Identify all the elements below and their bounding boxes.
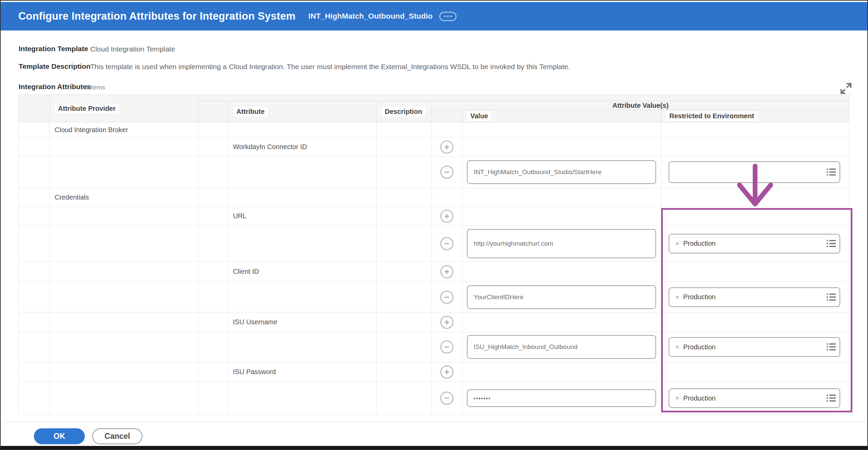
description-cell bbox=[377, 262, 432, 282]
empty-cell bbox=[661, 122, 849, 138]
attribute-cell: Client ID bbox=[228, 262, 377, 282]
empty-cell bbox=[198, 122, 228, 138]
empty-cell bbox=[377, 226, 432, 262]
attribute-column-header: Attribute bbox=[228, 101, 377, 122]
prompt-list-icon[interactable] bbox=[827, 343, 836, 351]
attribute-cell: ISU Password bbox=[228, 362, 377, 382]
table-row: ISU Password + bbox=[19, 362, 849, 382]
table-row: Client ID + bbox=[19, 262, 849, 282]
restricted-environment-input[interactable]: × Production bbox=[669, 337, 840, 357]
row-select-header-cell bbox=[19, 95, 50, 122]
add-row-button[interactable]: + bbox=[440, 265, 453, 278]
empty-cell bbox=[377, 282, 432, 312]
template-description-value: This template is used when implementing … bbox=[90, 63, 570, 71]
remove-row-button[interactable]: − bbox=[440, 166, 453, 179]
empty-cell bbox=[228, 226, 377, 262]
empty-cell bbox=[19, 282, 50, 312]
empty-cell bbox=[462, 362, 661, 382]
table-row: − INT_HighMatch_Outbound_Studio/StartHer… bbox=[19, 157, 849, 188]
add-row-cell: + bbox=[432, 312, 462, 332]
restricted-cell: × Production bbox=[661, 332, 849, 362]
description-cell bbox=[377, 312, 432, 332]
prompt-list-icon[interactable] bbox=[827, 394, 836, 402]
remove-row-button[interactable]: − bbox=[440, 291, 453, 304]
remove-pill-icon[interactable]: × bbox=[675, 394, 679, 402]
value-input[interactable]: YourClientIDHere bbox=[467, 285, 656, 309]
restricted-column-header: Restricted to Environment bbox=[661, 110, 849, 122]
empty-cell bbox=[19, 226, 50, 262]
empty-cell bbox=[19, 188, 50, 207]
related-actions-ellipsis-icon[interactable] bbox=[439, 12, 456, 21]
remove-row-button[interactable]: − bbox=[440, 237, 453, 250]
empty-cell bbox=[19, 207, 50, 226]
add-row-button[interactable]: + bbox=[440, 316, 453, 329]
empty-cell bbox=[228, 382, 377, 415]
add-row-cell: + bbox=[432, 138, 462, 157]
empty-cell bbox=[198, 138, 228, 157]
empty-cell bbox=[50, 362, 198, 382]
remove-row-cell: − bbox=[432, 332, 462, 362]
empty-cell bbox=[19, 362, 50, 382]
empty-cell bbox=[377, 122, 432, 138]
remove-pill-icon[interactable]: × bbox=[675, 343, 679, 351]
attribute-provider-cell: Credentials bbox=[50, 188, 198, 207]
prompt-list-icon[interactable] bbox=[827, 240, 836, 247]
table-row: − YourClientIDHere × Production bbox=[19, 282, 849, 312]
restricted-environment-input[interactable] bbox=[669, 161, 840, 183]
items-count: 2 items bbox=[84, 84, 105, 91]
environment-pill: Production bbox=[683, 394, 716, 402]
empty-cell bbox=[661, 188, 849, 207]
empty-cell bbox=[377, 157, 432, 188]
attribute-cell: URL bbox=[228, 207, 377, 226]
empty-cell bbox=[198, 362, 228, 382]
table-row: WorkdayIn Connector ID + bbox=[19, 138, 849, 157]
password-value-input[interactable]: ••••••• bbox=[467, 389, 656, 407]
value-input[interactable]: ISU_HighMatch_Inbound_Outbound bbox=[467, 335, 656, 359]
attribute-provider-cell: Cloud Integration Broker bbox=[50, 122, 198, 138]
empty-cell bbox=[377, 382, 432, 415]
restricted-cell: × Production bbox=[661, 226, 849, 262]
prompt-list-icon[interactable] bbox=[827, 168, 836, 176]
attribute-cell: WorkdayIn Connector ID bbox=[228, 138, 377, 157]
add-row-button[interactable]: + bbox=[440, 210, 453, 223]
expand-grid-icon[interactable] bbox=[839, 81, 853, 96]
empty-cell bbox=[50, 382, 198, 415]
add-row-button[interactable]: + bbox=[440, 141, 453, 154]
window-bottom-edge bbox=[1, 446, 867, 449]
cancel-button[interactable]: Cancel bbox=[92, 428, 142, 444]
empty-cell bbox=[19, 332, 50, 362]
restricted-environment-input[interactable]: × Production bbox=[669, 388, 840, 408]
empty-cell bbox=[377, 188, 432, 207]
restricted-cell: × Production bbox=[661, 382, 849, 415]
empty-cell bbox=[198, 312, 228, 332]
restricted-environment-input[interactable]: × Production bbox=[669, 234, 840, 253]
ok-button[interactable]: OK bbox=[34, 428, 85, 444]
restricted-environment-input[interactable]: × Production bbox=[669, 287, 840, 307]
remove-row-button[interactable]: − bbox=[440, 341, 453, 353]
empty-cell bbox=[377, 332, 432, 362]
value-cell: http://yourhighmatchurl.com bbox=[462, 226, 661, 262]
empty-cell bbox=[198, 332, 228, 362]
remove-pill-icon[interactable]: × bbox=[675, 240, 679, 247]
value-column-header: Value bbox=[462, 110, 661, 122]
empty-cell bbox=[661, 312, 849, 332]
value-input[interactable]: INT_HighMatch_Outbound_Studio/StartHere bbox=[467, 160, 656, 184]
table-row: URL + bbox=[19, 207, 849, 226]
description-cell bbox=[377, 138, 432, 157]
value-cell: ISU_HighMatch_Inbound_Outbound bbox=[462, 332, 661, 362]
empty-cell bbox=[661, 262, 849, 282]
remove-row-cell: − bbox=[432, 382, 462, 415]
empty-cell bbox=[661, 207, 849, 226]
configure-integration-attributes-page: Configure Integration Attributes for Int… bbox=[0, 0, 868, 450]
empty-cell bbox=[198, 382, 228, 415]
remove-pill-icon[interactable]: × bbox=[675, 293, 679, 301]
remove-row-cell: − bbox=[432, 157, 462, 188]
empty-cell bbox=[462, 138, 661, 157]
template-description-label: Template Description bbox=[19, 62, 91, 70]
add-row-button[interactable]: + bbox=[440, 366, 453, 379]
restricted-cell bbox=[661, 157, 849, 188]
prompt-list-icon[interactable] bbox=[827, 293, 836, 301]
environment-pill: Production bbox=[683, 343, 716, 351]
value-input[interactable]: http://yourhighmatchurl.com bbox=[467, 229, 656, 258]
remove-row-button[interactable]: − bbox=[440, 392, 453, 405]
